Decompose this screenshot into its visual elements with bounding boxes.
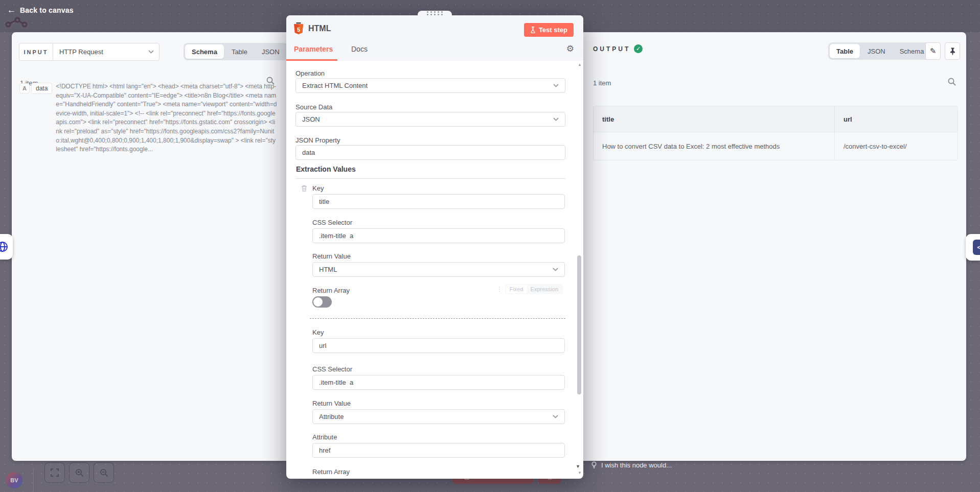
zoom-in-icon	[75, 468, 84, 477]
modal-drag-handle[interactable]	[418, 11, 452, 16]
test-step-button[interactable]: Test step	[524, 23, 574, 37]
schema-field-row[interactable]: A data <!DOCTYPE html> <html lang="en"> …	[19, 82, 277, 154]
lightbulb-icon	[591, 461, 597, 469]
fit-view-icon	[51, 468, 59, 477]
zoom-in-button[interactable]	[69, 462, 89, 483]
output-items-count: 1 item	[593, 79, 611, 87]
output-table: title url How to convert CSV data to Exc…	[593, 106, 958, 160]
input-view-tabs: Schema Table JSON	[184, 43, 288, 60]
cell-title: How to convert CSV data to Excel: 2 most…	[594, 132, 835, 160]
modal-header: 5 HTML Test step Parameters Docs ⚙	[286, 15, 583, 61]
tab-docs[interactable]: Docs	[351, 45, 368, 53]
output-tab-table[interactable]: Table	[830, 44, 860, 58]
back-to-canvas-button[interactable]: ← Back to canvas	[7, 6, 74, 14]
fixed-pill[interactable]: Fixed	[506, 285, 527, 293]
fixed-expression-toggle[interactable]: ⋮ Fixed Expression	[496, 284, 563, 294]
test-step-label: Test step	[539, 26, 567, 34]
chevron-down-icon	[553, 118, 559, 121]
attribute-input[interactable]: href	[312, 443, 565, 458]
delete-item-icon[interactable]	[301, 185, 307, 192]
expression-pill[interactable]: Expression	[527, 285, 562, 293]
item-separator	[310, 318, 565, 319]
drag-dots-icon	[427, 11, 443, 15]
node-feedback-link[interactable]: I wish this node would...	[591, 461, 672, 469]
input-source-value: HTTP Request	[59, 48, 148, 56]
field-value-preview: <!DOCTYPE html> <html lang="en"> <head> …	[56, 82, 277, 154]
field-type-string-icon: A	[19, 83, 30, 93]
scroll-up-arrow[interactable]: ▲	[578, 62, 582, 67]
gear-icon[interactable]: ⚙	[566, 43, 574, 54]
return-array-label: Return Array	[312, 468, 350, 476]
output-search-icon[interactable]	[947, 77, 956, 86]
source-data-value: JSON	[302, 115, 553, 123]
node-settings-modal: 5 HTML Test step Parameters Docs ⚙ Opera…	[286, 15, 583, 479]
next-node-stub[interactable]: </>	[966, 234, 980, 261]
modal-bottom-scroll-arrow[interactable]: ▼	[576, 464, 580, 469]
pin-icon	[949, 48, 956, 55]
operation-select[interactable]: Extract HTML Content	[295, 78, 565, 93]
zoom-out-icon	[100, 468, 108, 477]
css-selector-input[interactable]: .item-title a	[312, 228, 565, 243]
css-selector-label: CSS Selector	[312, 219, 352, 226]
table-row[interactable]: How to convert CSV data to Excel: 2 most…	[594, 132, 958, 160]
input-source-select[interactable]: HTTP Request	[53, 43, 159, 60]
back-to-canvas-label: Back to canvas	[20, 6, 74, 14]
input-source-group: INPUT HTTP Request	[19, 43, 159, 61]
field-name-chip[interactable]: data	[31, 83, 52, 94]
code-icon: </>	[973, 240, 980, 255]
return-value-label: Return Value	[312, 400, 351, 407]
return-value-value: HTML	[319, 266, 553, 273]
output-tab-json[interactable]: JSON	[861, 44, 892, 58]
output-panel-label: OUTPUT	[593, 45, 630, 53]
key-input[interactable]: url	[312, 338, 565, 353]
source-data-label: Source Data	[295, 103, 332, 111]
chevron-down-icon	[553, 415, 558, 418]
pin-data-button[interactable]	[945, 42, 960, 60]
active-tab-underline	[286, 59, 337, 61]
input-node-stub[interactable]	[0, 234, 13, 260]
tab-parameters[interactable]: Parameters	[294, 45, 333, 53]
scroll-down-arrow[interactable]: ▼	[578, 471, 582, 475]
key-input[interactable]: title	[312, 194, 565, 209]
input-tab-json[interactable]: JSON	[255, 44, 286, 59]
input-tab-table[interactable]: Table	[225, 44, 254, 59]
json-property-input[interactable]: data	[295, 145, 565, 160]
source-data-select[interactable]: JSON	[295, 112, 565, 127]
key-label: Key	[312, 184, 324, 192]
return-value-label: Return Value	[312, 252, 351, 260]
chevron-down-icon	[553, 84, 559, 87]
return-value-select[interactable]: HTML	[312, 262, 565, 277]
flask-icon	[530, 27, 536, 33]
output-table-header-row: title url	[594, 106, 958, 132]
divider	[33, 467, 34, 492]
return-array-toggle[interactable]	[312, 296, 332, 308]
extraction-values-header: Extraction Values	[296, 165, 565, 179]
html5-icon: 5	[293, 22, 304, 35]
input-panel: INPUT HTTP Request Schema Table JSON 1 i…	[12, 32, 286, 461]
edit-output-button[interactable]: ✎	[925, 42, 941, 60]
return-value-select[interactable]: Attribute	[312, 409, 565, 424]
css-selector-label: CSS Selector	[312, 365, 352, 373]
avatar[interactable]: BV	[6, 472, 22, 488]
input-tab-schema[interactable]: Schema	[185, 44, 224, 59]
cell-url: /convert-csv-to-excel/	[835, 132, 958, 160]
return-value-value: Attribute	[319, 413, 553, 420]
css-selector-input[interactable]: .item-title a	[312, 375, 565, 390]
column-header-url[interactable]: url	[835, 106, 958, 132]
back-arrow-icon: ←	[7, 6, 16, 14]
column-header-title[interactable]: title	[594, 106, 835, 132]
modal-scrollbar-thumb[interactable]	[577, 255, 581, 394]
chevron-down-icon	[553, 268, 558, 271]
key-label: Key	[312, 329, 324, 336]
success-check-icon: ✓	[634, 44, 643, 53]
operation-value: Extract HTML Content	[302, 82, 553, 89]
json-property-label: JSON Property	[295, 136, 340, 144]
svg-text:5: 5	[297, 27, 300, 33]
operation-label: Operation	[295, 69, 325, 77]
node-feedback-label: I wish this node would...	[601, 461, 672, 469]
zoom-to-fit-button[interactable]	[44, 462, 65, 483]
node-title: HTML	[308, 24, 331, 33]
return-array-label: Return Array	[312, 287, 350, 294]
input-panel-label: INPUT	[19, 43, 53, 60]
zoom-out-button[interactable]	[94, 462, 114, 483]
